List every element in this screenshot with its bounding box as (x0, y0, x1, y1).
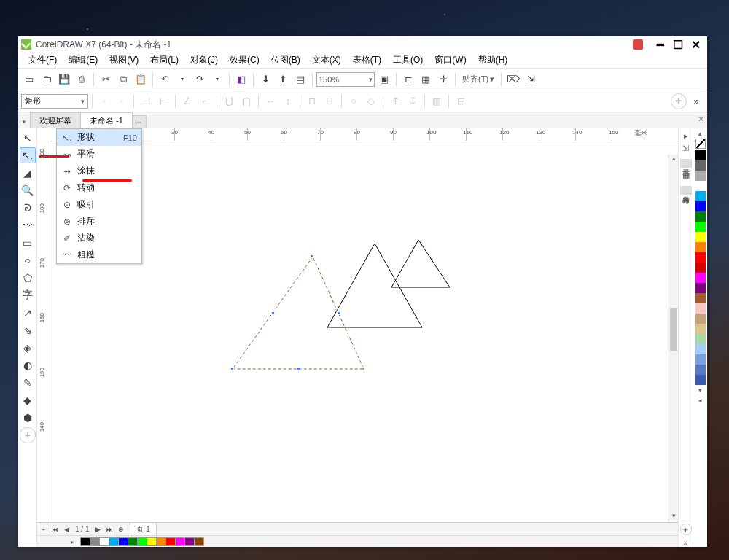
export-icon[interactable]: ⬆ (275, 71, 291, 88)
color-swatch[interactable] (695, 365, 706, 375)
prop-btn-5[interactable]: ∠ (179, 93, 195, 109)
no-color-swatch[interactable] (695, 139, 706, 149)
undo-dropdown-icon[interactable]: ▾ (174, 71, 190, 88)
user-icon[interactable] (633, 39, 643, 50)
smart-fill-icon[interactable]: ⬢ (20, 410, 36, 426)
bottom-swatch[interactable] (184, 537, 195, 546)
bottom-swatch[interactable] (137, 537, 147, 546)
drawing-canvas[interactable]: ▴ ▾ (50, 141, 678, 522)
color-swatch[interactable] (695, 375, 706, 385)
prop-btn-2[interactable]: ◦ (114, 93, 130, 109)
guides-icon[interactable]: ✛ (435, 71, 451, 88)
prop-btn-17[interactable]: ▨ (429, 93, 445, 109)
tab-welcome[interactable]: 欢迎屏幕 (30, 112, 81, 128)
close-tab-icon[interactable]: ✕ (698, 114, 704, 124)
docker-plus-icon[interactable]: ＋ (680, 524, 692, 535)
tab-doc1[interactable]: 未命名 -1 (80, 112, 133, 128)
rulers-icon[interactable]: ⊏ (400, 71, 416, 88)
ellipse-tool-icon[interactable]: ○ (20, 252, 36, 268)
color-swatch[interactable] (695, 201, 706, 211)
cut-icon[interactable]: ✂ (98, 71, 114, 88)
bottom-swatch[interactable] (118, 537, 128, 546)
flyout-attract[interactable]: ⊙ 吸引 (57, 196, 141, 213)
paste-icon[interactable]: 📋 (133, 71, 149, 88)
flyout-shape[interactable]: ↖. 形状 F10 (57, 129, 141, 146)
node-handle[interactable] (271, 311, 275, 315)
color-swatch[interactable] (695, 150, 706, 160)
prop-btn-6[interactable]: ⌐ (197, 93, 213, 109)
zoom-select[interactable]: 150% (316, 72, 375, 87)
triangle-small[interactable] (391, 240, 450, 287)
polygon-tool-icon[interactable]: ⬠ (20, 270, 36, 286)
prop-btn-8[interactable]: ⋂ (238, 93, 254, 109)
zoom-tool-icon[interactable]: 🔍 (20, 182, 36, 198)
flyout-stain[interactable]: ✐ 沾染 (57, 230, 141, 246)
node-handle[interactable] (311, 254, 314, 258)
page-tab-1[interactable]: 页 1 (130, 522, 156, 537)
docker-align[interactable]: 对齐与分布 (680, 186, 692, 195)
menu-file[interactable]: 文件(F) (23, 52, 63, 68)
prop-btn-1[interactable]: ◦ (96, 93, 112, 109)
parallel-tool-icon[interactable]: ↗ (20, 305, 36, 321)
prop-btn-10[interactable]: ↕ (280, 93, 296, 109)
scroll-down-icon[interactable]: ▾ (668, 512, 678, 522)
menu-table[interactable]: 表格(T) (347, 52, 387, 68)
node-handle[interactable] (362, 367, 365, 370)
prop-btn-7[interactable]: ⋃ (221, 93, 237, 109)
node-handle[interactable] (297, 367, 300, 370)
menu-layout[interactable]: 布局(L) (144, 52, 184, 68)
pager-first-icon[interactable]: ⏮ (49, 526, 61, 533)
color-swatch[interactable] (695, 252, 706, 262)
redo-icon[interactable]: ↷ (192, 71, 208, 88)
color-swatch[interactable] (695, 344, 706, 354)
pick-tool-icon[interactable]: ↖ (20, 130, 36, 146)
prop-btn-9[interactable]: ↔ (262, 93, 278, 109)
menu-edit[interactable]: 编辑(E) (63, 52, 104, 68)
effects-tool-icon[interactable]: ◈ (20, 340, 36, 356)
horizontal-ruler[interactable]: 毫米 0102030405060708090100110120130140150 (50, 128, 678, 141)
bottom-swatch[interactable] (194, 537, 204, 546)
text-tool-icon[interactable]: 字 (20, 287, 36, 303)
artistic-media-icon[interactable]: 〰 (20, 217, 36, 233)
bottom-swatch[interactable] (156, 537, 166, 546)
node-handle[interactable] (230, 367, 234, 370)
color-swatch[interactable] (695, 181, 706, 191)
menu-text[interactable]: 文本(X) (306, 52, 347, 68)
shape-select[interactable]: 矩形 (21, 94, 88, 109)
print-icon[interactable]: ⎙ (74, 71, 90, 88)
prop-btn-15[interactable]: ↥ (387, 93, 403, 109)
snap-dropdown[interactable]: 贴齐(T) ▾ (459, 74, 497, 85)
freehand-tool-icon[interactable]: ᘐ (20, 200, 36, 216)
docker-expand-icon[interactable]: ⇲ (682, 144, 689, 153)
color-swatch[interactable] (695, 314, 706, 324)
menu-object[interactable]: 对象(J) (184, 52, 224, 68)
bottom-swatch[interactable] (109, 537, 119, 546)
menu-view[interactable]: 视图(V) (104, 52, 144, 68)
swatch-row-arrow-icon[interactable]: ▸ (66, 538, 78, 545)
shape-tool-icon[interactable]: ↖. (20, 147, 36, 163)
vertical-ruler[interactable]: 190180170160150140 (37, 141, 50, 522)
copy-icon[interactable]: ⧉ (115, 71, 131, 88)
scroll-up-icon[interactable]: ▴ (668, 155, 678, 165)
pager-next-icon[interactable]: ▶ (92, 526, 104, 533)
node-handle[interactable] (337, 311, 340, 315)
redo-dropdown-icon[interactable]: ▾ (209, 71, 225, 88)
color-swatch[interactable] (695, 303, 706, 314)
overflow-icon[interactable]: » (688, 93, 704, 109)
color-swatch[interactable] (695, 232, 706, 242)
bottom-swatch[interactable] (175, 537, 185, 546)
bottom-swatch[interactable] (165, 537, 176, 546)
fullscreen-icon[interactable]: ▣ (376, 71, 392, 88)
menu-help[interactable]: 帮助(H) (472, 52, 514, 68)
docker-overflow-icon[interactable]: » (683, 538, 687, 547)
flyout-repel[interactable]: ⊚ 排斥 (57, 213, 141, 230)
menu-bitmap[interactable]: 位图(B) (265, 52, 306, 68)
color-swatch[interactable] (695, 283, 706, 293)
fill-tool-icon[interactable]: ◆ (20, 392, 36, 408)
prop-btn-4[interactable]: ⊢ (155, 93, 171, 109)
color-swatch[interactable] (695, 211, 706, 222)
prop-btn-11[interactable]: ⊓ (304, 93, 320, 109)
bottom-swatch[interactable] (128, 537, 138, 546)
tool-plus-icon[interactable]: ＋ (20, 427, 36, 443)
import-icon[interactable]: ⬇ (257, 71, 273, 88)
